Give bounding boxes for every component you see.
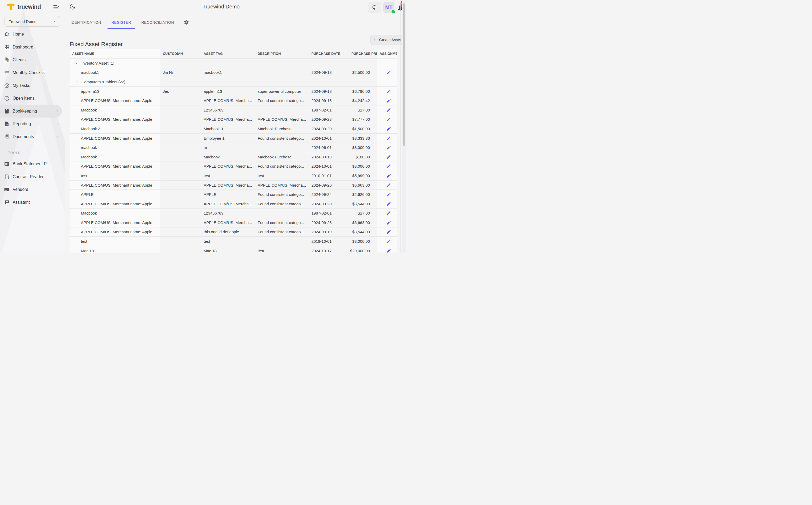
- edit-asset-button[interactable]: [386, 220, 391, 225]
- sidebar-item-reporting[interactable]: Reporting: [0, 118, 62, 131]
- sidebar-item-bank-statement-reader[interactable]: Bank Statement Reader: [0, 158, 62, 171]
- fixed-asset-table: ASSET NAMECUSTODIANASSET TAGDESCRIPTIONP…: [69, 49, 397, 252]
- sidebar-item-bookkeeping[interactable]: Bookkeeping: [0, 105, 62, 118]
- group-row-computers-tablets-22[interactable]: Computers & tablets (22): [69, 77, 397, 87]
- asset-row-test[interactable]: testtest2019-10-01$3,000.00: [69, 237, 397, 246]
- edit-asset-button[interactable]: [386, 126, 391, 131]
- asset-row-apple-com-us-merchant-name-apple[interactable]: APPLE.COM/US. Merchant name: AppleAPPLE.…: [69, 115, 397, 124]
- sidebar-tools-nav: Bank Statement ReaderContract ReaderVend…: [0, 158, 65, 209]
- sidebar-collapse-icon[interactable]: [53, 4, 59, 11]
- column-header-asset-name: ASSET NAME: [69, 49, 160, 58]
- edit-asset-button[interactable]: [386, 173, 391, 178]
- asset-row-apple-com-us-merchant-name-apple[interactable]: APPLE.COM/US. Merchant name: AppleAPPLE.…: [69, 181, 397, 190]
- asset-tag-cell: APPLE.COM/US. Mercha...: [201, 181, 255, 190]
- sidebar-item-home[interactable]: Home: [0, 28, 62, 41]
- custodian-cell: [160, 152, 201, 162]
- edit-asset-button[interactable]: [386, 145, 391, 150]
- purchase-date-cell: 2024-09-23: [309, 218, 344, 227]
- sidebar-item-dashboard[interactable]: Dashboard: [0, 41, 62, 54]
- asset-row-apple-com-us-merchant-name-apple[interactable]: APPLE.COM/US. Merchant name: Applethis o…: [69, 227, 397, 237]
- edit-asset-button[interactable]: [386, 211, 391, 216]
- sidebar-item-my-tasks[interactable]: My Tasks: [0, 79, 62, 92]
- asset-row-test[interactable]: testtesttest2010-01-01$5,999.00: [69, 171, 397, 181]
- edit-asset-button[interactable]: [386, 229, 391, 234]
- asset-row-apple[interactable]: APPLEAPPLEFound consistent catego...2024…: [69, 190, 397, 199]
- assignment-cell: [377, 218, 397, 227]
- create-asset-button[interactable]: Create Asset: [370, 35, 403, 45]
- sidebar-item-vendors[interactable]: Vendors: [0, 183, 62, 196]
- purchase-date-cell: 2010-01-01: [309, 171, 344, 180]
- asset-row-macbook-3[interactable]: Macbook 3Macbook 3Macbook Purchase2024-0…: [69, 124, 397, 134]
- scrollbar-thumb[interactable]: [403, 3, 405, 146]
- asset-name-cell: apple m13: [69, 87, 160, 96]
- edit-asset-button[interactable]: [386, 201, 391, 206]
- assignment-cell: [377, 199, 397, 208]
- edit-asset-button[interactable]: [386, 117, 391, 122]
- asset-name-cell: Macbook: [69, 209, 160, 218]
- sidebar-item-clients[interactable]: Clients: [0, 53, 62, 66]
- chevron-down-icon[interactable]: [74, 61, 78, 65]
- edit-asset-button[interactable]: [386, 108, 391, 113]
- sidebar-item-contract-reader[interactable]: Contract Reader: [0, 171, 62, 183]
- edit-asset-button[interactable]: [386, 164, 391, 169]
- settings-icon[interactable]: [184, 19, 189, 25]
- asset-name-cell: APPLE.COM/US. Merchant name: Apple: [69, 134, 160, 143]
- sidebar-item-label: My Tasks: [13, 83, 30, 88]
- edit-asset-button[interactable]: [386, 70, 391, 75]
- refresh-button[interactable]: [368, 2, 381, 12]
- edit-asset-button[interactable]: [386, 154, 391, 159]
- avatar-initials: MT: [385, 4, 392, 10]
- tab-identification[interactable]: IDENTIFICATION: [67, 16, 105, 29]
- asset-row-apple-com-us-merchant-name-apple[interactable]: APPLE.COM/US. Merchant name: AppleEmploy…: [69, 134, 397, 143]
- tab-reconciliation[interactable]: RECONCILIATION: [138, 16, 178, 29]
- sidebar-item-assistant[interactable]: Assistant: [0, 196, 62, 209]
- asset-tag-cell: APPLE.COM/US. Mercha...: [201, 96, 255, 105]
- sidebar-nav: HomeDashboardClientsMonthly ChecklistMy …: [0, 28, 65, 143]
- asset-name-cell: APPLE.COM/US. Merchant name: Apple: [69, 227, 160, 237]
- edit-asset-button[interactable]: [386, 136, 391, 141]
- edit-asset-button[interactable]: [386, 192, 391, 197]
- edit-asset-button[interactable]: [386, 183, 391, 188]
- purchase-price-cell: $3,544.00: [344, 227, 377, 237]
- asset-name-cell: Mac 18: [69, 246, 160, 252]
- description-cell: APPLE.COM/US. Mercha...: [255, 181, 309, 190]
- sidebar-item-label: Open Items: [13, 96, 34, 101]
- asset-row-macbook1[interactable]: macbook1Jia Nimacbook12024-09-18$2,500.0…: [69, 68, 397, 77]
- edit-asset-button[interactable]: [386, 98, 391, 103]
- asset-tag-cell: Macbook: [201, 152, 255, 162]
- asset-row-mac-18[interactable]: Mac 18Mac 18test2024-10-17$20,000.00: [69, 246, 397, 252]
- asset-row-macbook[interactable]: macbookm2024-06-01$3,000.00: [69, 143, 397, 152]
- asset-row-apple-com-us-merchant-name-apple[interactable]: APPLE.COM/US. Merchant name: AppleAPPLE.…: [69, 199, 397, 209]
- asset-row-macbook[interactable]: Macbook1234567891987-02-01$17.00: [69, 209, 397, 218]
- sidebar-item-label: Home: [13, 32, 24, 37]
- purchase-date-cell: 2024-06-01: [309, 143, 344, 152]
- asset-name-cell: Macbook 3: [69, 124, 160, 133]
- purchase-date-cell: 2024-10-01: [309, 162, 344, 171]
- asset-row-apple-com-us-merchant-name-apple[interactable]: APPLE.COM/US. Merchant name: AppleAPPLE.…: [69, 96, 397, 106]
- purchase-date-cell: 2024-09-18: [309, 87, 344, 96]
- workspace-select[interactable]: Truewind Demo: [4, 16, 60, 27]
- sidebar-item-label: Bank Statement Reader: [13, 162, 52, 166]
- purchase-price-cell: $6,663.00: [344, 181, 377, 190]
- column-header-assignme: ASSIGNME...: [377, 49, 397, 58]
- asset-row-apple-m13[interactable]: apple m13Jesapple m13super powerful comp…: [69, 87, 397, 96]
- asset-row-macbook[interactable]: MacbookMacbookMacbook Purchase2024-09-19…: [69, 152, 397, 162]
- asset-row-apple-com-us-merchant-name-apple[interactable]: APPLE.COM/US. Merchant name: AppleAPPLE.…: [69, 218, 397, 227]
- sidebar-item-documents[interactable]: Documents: [0, 131, 62, 143]
- asset-row-macbook[interactable]: Macbook1234567891987-02-01$17.00: [69, 106, 397, 115]
- chevron-down-icon[interactable]: [74, 80, 78, 84]
- sidebar-item-open-items[interactable]: Open Items: [0, 92, 62, 105]
- column-header-description: DESCRIPTION: [255, 49, 309, 58]
- purchase-date-cell: 2024-09-18: [309, 68, 344, 77]
- group-row-inventory-asset-1[interactable]: Inventory Asset (1): [69, 58, 397, 68]
- edit-asset-button[interactable]: [386, 248, 391, 252]
- tab-register[interactable]: REGISTER: [108, 16, 135, 29]
- description-cell: Found consistent catego...: [255, 134, 309, 143]
- asset-row-apple-com-us-merchant-name-apple[interactable]: APPLE.COM/US. Merchant name: AppleAPPLE.…: [69, 162, 397, 171]
- description-cell: [255, 209, 309, 218]
- edit-asset-button[interactable]: [386, 239, 391, 244]
- edit-asset-button[interactable]: [386, 89, 391, 94]
- sidebar-item-label: Bookkeeping: [13, 109, 37, 114]
- moon-icon[interactable]: [69, 3, 76, 10]
- sidebar-item-monthly-checklist[interactable]: Monthly Checklist: [0, 66, 62, 79]
